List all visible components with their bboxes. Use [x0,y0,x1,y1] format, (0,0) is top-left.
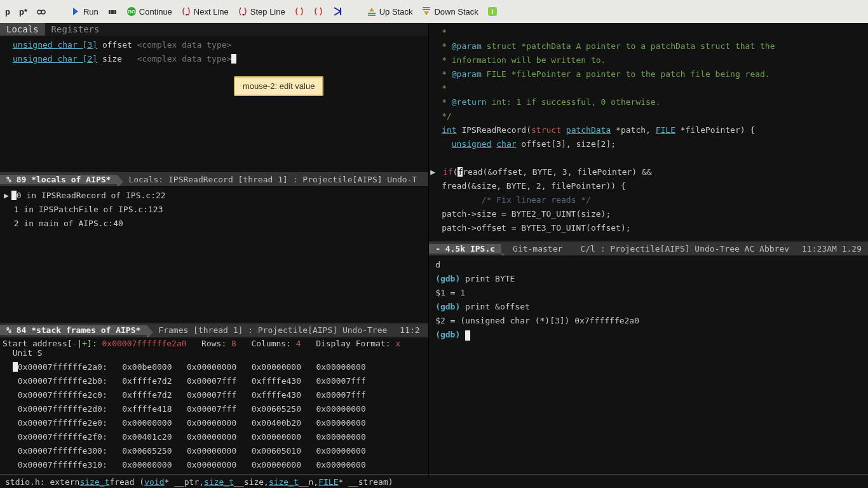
gdb-cmd: print BYTE [460,274,515,283]
stack-frames-pane[interactable]: ▶ 0 in IPSReadRecord of IPS.c:22 1 in IP… [0,186,428,323]
ml-git: Git-master [501,244,569,254]
current-frame-icon: ▶ [4,189,11,203]
ml-buf: *stack frames of AIPS* [31,325,140,335]
ml-pct: % 89 [6,175,26,184]
continue-button[interactable]: GOContinue [126,6,172,17]
edit-value-tooltip: mouse-2: edit value [234,76,323,96]
p-icon[interactable]: p [5,7,10,17]
binoculars-icon[interactable] [36,6,46,17]
gdb-output: $1 = 1 [435,286,862,300]
svg-rect-11 [423,9,430,10]
modeline-locals: % 89 *locals of AIPS* Locals: IPSReadRec… [0,172,428,186]
svg-point-1 [41,10,45,14]
ml-time: 11:2 [393,325,426,335]
mem-rows-label: Rows: [201,339,226,348]
down-stack-label: Down Stack [434,7,478,17]
ml-info: Frames [thread 1] : Projectile[AIPS] Und… [147,325,393,335]
memory-row: 0x00007ffffffe2d0: 0xffffe418 0x00007fff… [13,402,428,416]
mem-unit-label: Unit S [13,348,43,358]
next-button[interactable]: Next Line [181,6,229,17]
step-label: Step Line [250,7,285,17]
step-button[interactable]: Step Line [238,6,285,17]
stack-frame[interactable]: 2 in main of AIPS.c:40 [4,217,428,231]
source-pane[interactable]: * * @param struct *patchData A pointer t… [429,23,868,241]
stack-frame[interactable]: ▶ 0 in IPSReadRecord of IPS.c:22 [4,189,428,203]
modeline-source: - 4.5k IPS.c Git-master C/l : Projectile… [429,241,868,255]
local-value[interactable]: <complex data type> [137,40,232,50]
local-value[interactable]: <complex data type> [137,54,232,64]
svg-text:i: i [491,8,493,15]
mem-start-label: Start address [3,339,67,348]
mem-start-addr[interactable]: 0x00007ffffffe2a0 [102,339,187,348]
local-name: offset [102,40,132,50]
ml-pct: % 84 [6,325,26,335]
memory-row: 0x00007ffffffe310: 0x00000000 0x00000000… [13,458,428,472]
ml-buf: *locals of AIPS* [31,175,111,184]
cursor [465,330,470,341]
locals-tabs: Locals Registers [0,23,428,36]
mem-minus[interactable]: - [72,339,78,348]
gdb-prompt: (gdb) [435,274,460,283]
info-icon[interactable]: i [487,6,498,17]
mem-rows[interactable]: 8 [231,339,236,348]
mem-fmt-label: Display Format: [316,339,390,348]
run-button[interactable]: Run [71,6,98,17]
gdb-prompt: (gdb) [435,330,460,339]
eldoc-text: stdio.h: extern [5,477,79,487]
memory-row: 0x00007ffffffe2e0: 0x00000000 0x00000000… [13,416,428,430]
memory-pane[interactable]: Start address[-|+]: 0x00007ffffffe2a0 Ro… [0,337,428,474]
svg-rect-8 [368,13,376,14]
memory-row: 0x00007ffffffe2b0: 0xffffe7d2 0x00007fff… [13,374,428,388]
up-stack-label: Up Stack [379,7,413,17]
down-stack-button[interactable]: Down Stack [421,6,478,17]
local-type: unsigned char [2] [13,54,97,64]
svg-rect-3 [114,10,116,14]
memory-row: 0x00007ffffffe2f0: 0x00401c20 0x00000000… [13,430,428,444]
up-stack-button[interactable]: Up Stack [367,6,413,17]
src-line: * [442,25,855,39]
minibuffer[interactable]: stdio.h: extern size_t fread (void* __pt… [0,475,868,488]
step-out-icon[interactable] [294,6,304,17]
stack-frame[interactable]: 1 in IPSPatchFile of IPS.c:123 [4,203,428,217]
memory-rows: 0x00007ffffffe2a0: 0x00be0000 0x00000000… [0,359,428,473]
locals-pane[interactable]: unsigned char [3] offset <complex data t… [0,36,428,172]
modeline-stack: % 84 *stack frames of AIPS* Frames [thre… [0,323,428,337]
stop-button[interactable] [107,6,118,17]
memory-row: 0x00007ffffffe300: 0x00605250 0x00000000… [13,444,428,458]
next-label: Next Line [194,7,229,17]
gdb-prompt: (gdb) [435,302,460,311]
continue-label: Continue [139,7,172,17]
ml-info: Locals: IPSReadRecord [thread 1] : Proje… [117,175,423,184]
p-star-icon[interactable]: p* [19,7,27,17]
svg-rect-2 [109,10,111,14]
memory-row: 0x00007ffffffe2c0: 0xffffe7d2 0x00007fff… [13,388,428,402]
svg-rect-9 [368,15,376,16]
current-line-icon: ▶ [430,165,438,179]
gdb-cmd: print &offset [460,302,530,311]
mem-cols[interactable]: 4 [296,339,301,348]
gud-pane[interactable]: d (gdb) print BYTE $1 = 1 (gdb) print &o… [429,255,868,474]
step-back-icon[interactable] [313,6,323,17]
gdb-output: $2 = (unsigned char (*)[3]) 0x7ffffffe2a… [435,314,862,328]
tab-registers[interactable]: Registers [45,23,106,36]
debugger-toolbar: p p* Run GOContinue Next Line Step Line … [0,0,868,23]
svg-rect-10 [423,7,430,8]
svg-rect-4 [111,10,114,14]
mem-fmt[interactable]: x [395,339,400,348]
local-type: unsigned char [3] [13,40,97,50]
svg-point-0 [37,10,41,14]
svg-text:GO: GO [128,9,135,15]
run-label: Run [83,7,98,17]
tab-locals[interactable]: Locals [0,23,45,36]
local-name: size [102,54,122,64]
finish-icon[interactable] [332,6,342,17]
gud-line: d [435,258,862,272]
memory-row: 0x00007ffffffe2a0: 0x00be0000 0x00000000… [13,360,428,374]
mem-cols-label: Columns: [251,339,291,348]
mem-plus[interactable]: + [82,339,87,348]
